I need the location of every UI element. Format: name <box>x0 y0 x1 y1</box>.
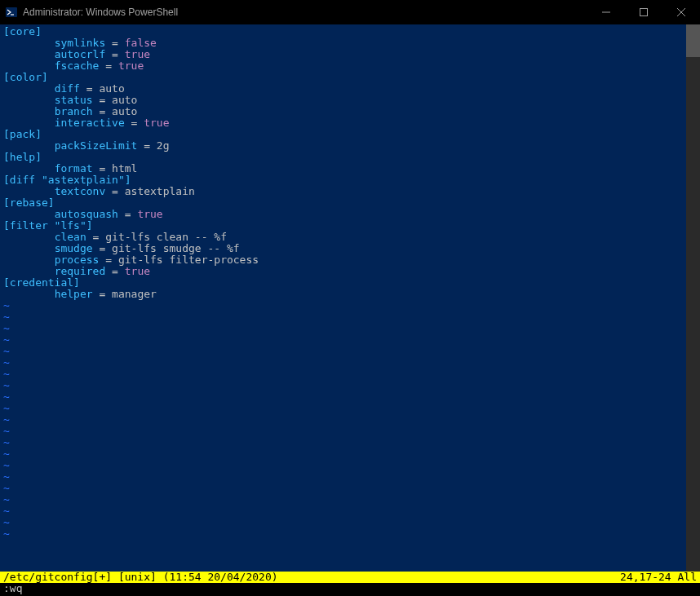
terminal-line: autosquash = true <box>3 209 686 220</box>
vim-command-line[interactable]: :wq <box>0 583 700 596</box>
close-button[interactable] <box>662 0 700 24</box>
terminal-line: ~ <box>3 311 686 323</box>
terminal-output[interactable]: [core] symlinks = false autocrlf = true … <box>0 24 686 572</box>
status-left: /etc/gitconfig[+] [unix] (11:54 20/04/20… <box>3 572 620 583</box>
powershell-icon <box>5 6 18 19</box>
terminal-line: smudge = git-lfs smudge -- %f <box>3 243 686 254</box>
terminal-line: [color] <box>3 72 686 83</box>
title-bar: Administrator: Windows PowerShell <box>0 0 700 24</box>
window-title: Administrator: Windows PowerShell <box>23 7 587 18</box>
status-right: 24,17-24 All <box>620 572 697 583</box>
terminal-line: ~ <box>3 369 686 380</box>
terminal-line: ~ <box>3 471 686 483</box>
vertical-scrollbar[interactable] <box>686 24 700 572</box>
terminal-line: helper = manager <box>3 289 686 300</box>
vim-status-bar: /etc/gitconfig[+] [unix] (11:54 20/04/20… <box>0 572 700 583</box>
scrollbar-thumb[interactable] <box>686 24 700 57</box>
terminal-line: ~ <box>3 380 686 391</box>
terminal-line: ~ <box>3 460 686 471</box>
terminal-line: ~ <box>3 414 686 426</box>
terminal-line: ~ <box>3 334 686 346</box>
terminal-line: ~ <box>3 357 686 369</box>
client-area: [core] symlinks = false autocrlf = true … <box>0 24 700 572</box>
terminal-line: [core] <box>3 26 686 38</box>
terminal-line: ~ <box>3 323 686 334</box>
terminal-line: [filter "lfs"] <box>3 220 686 232</box>
terminal-line: format = html <box>3 163 686 174</box>
terminal-line: ~ <box>3 448 686 460</box>
terminal-line: packSizeLimit = 2g <box>3 140 686 152</box>
terminal-line: [rebase] <box>3 197 686 209</box>
terminal-line: textconv = astextplain <box>3 186 686 197</box>
terminal-line: ~ <box>3 391 686 403</box>
terminal-line: autocrlf = true <box>3 49 686 60</box>
terminal-line: ~ <box>3 346 686 357</box>
terminal-line: interactive = true <box>3 117 686 129</box>
terminal-line: required = true <box>3 266 686 277</box>
terminal-line: ~ <box>3 483 686 494</box>
minimize-button[interactable] <box>587 0 625 24</box>
terminal-line: diff = auto <box>3 83 686 95</box>
terminal-line: symlinks = false <box>3 38 686 49</box>
terminal-line: [credential] <box>3 277 686 289</box>
terminal-line: clean = git-lfs clean -- %f <box>3 232 686 243</box>
svg-rect-1 <box>640 9 648 16</box>
terminal-line: ~ <box>3 437 686 448</box>
terminal-line: ~ <box>3 517 686 528</box>
maximize-button[interactable] <box>625 0 662 24</box>
terminal-line: status = auto <box>3 95 686 106</box>
terminal-line: ~ <box>3 300 686 311</box>
terminal-line: process = git-lfs filter-process <box>3 254 686 266</box>
terminal-line: [pack] <box>3 129 686 140</box>
terminal-line: [help] <box>3 152 686 163</box>
terminal-line: ~ <box>3 505 686 517</box>
terminal-line: branch = auto <box>3 106 686 117</box>
terminal-line: ~ <box>3 494 686 505</box>
command-text: :wq <box>3 582 22 594</box>
terminal-line: ~ <box>3 426 686 437</box>
terminal-line: ~ <box>3 528 686 540</box>
terminal-line: ~ <box>3 403 686 414</box>
terminal-line: fscache = true <box>3 60 686 72</box>
terminal-line: [diff "astextplain"] <box>3 174 686 186</box>
